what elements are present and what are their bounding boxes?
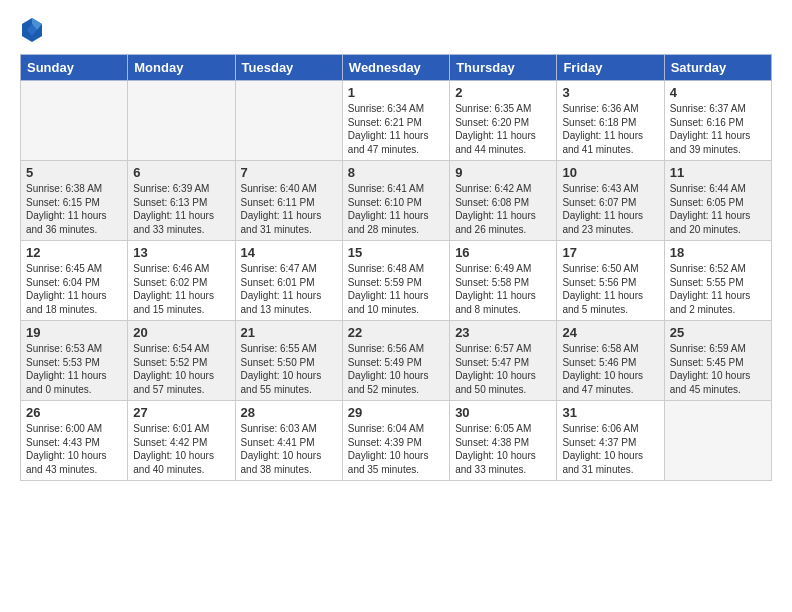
day-info: Sunrise: 6:35 AM Sunset: 6:20 PM Dayligh… <box>455 102 551 156</box>
calendar-cell: 30Sunrise: 6:05 AM Sunset: 4:38 PM Dayli… <box>450 401 557 481</box>
day-number: 24 <box>562 325 658 340</box>
calendar-cell: 11Sunrise: 6:44 AM Sunset: 6:05 PM Dayli… <box>664 161 771 241</box>
calendar-week-row: 12Sunrise: 6:45 AM Sunset: 6:04 PM Dayli… <box>21 241 772 321</box>
day-info: Sunrise: 6:48 AM Sunset: 5:59 PM Dayligh… <box>348 262 444 316</box>
calendar-cell <box>21 81 128 161</box>
day-info: Sunrise: 6:42 AM Sunset: 6:08 PM Dayligh… <box>455 182 551 236</box>
calendar-cell: 14Sunrise: 6:47 AM Sunset: 6:01 PM Dayli… <box>235 241 342 321</box>
calendar-cell: 27Sunrise: 6:01 AM Sunset: 4:42 PM Dayli… <box>128 401 235 481</box>
day-number: 23 <box>455 325 551 340</box>
day-number: 7 <box>241 165 337 180</box>
day-number: 11 <box>670 165 766 180</box>
calendar-cell: 16Sunrise: 6:49 AM Sunset: 5:58 PM Dayli… <box>450 241 557 321</box>
calendar-week-row: 1Sunrise: 6:34 AM Sunset: 6:21 PM Daylig… <box>21 81 772 161</box>
weekday-header-wednesday: Wednesday <box>342 55 449 81</box>
day-number: 2 <box>455 85 551 100</box>
day-info: Sunrise: 6:01 AM Sunset: 4:42 PM Dayligh… <box>133 422 229 476</box>
page-container: SundayMondayTuesdayWednesdayThursdayFrid… <box>0 0 792 612</box>
day-info: Sunrise: 6:00 AM Sunset: 4:43 PM Dayligh… <box>26 422 122 476</box>
calendar-cell: 28Sunrise: 6:03 AM Sunset: 4:41 PM Dayli… <box>235 401 342 481</box>
day-info: Sunrise: 6:34 AM Sunset: 6:21 PM Dayligh… <box>348 102 444 156</box>
day-info: Sunrise: 6:59 AM Sunset: 5:45 PM Dayligh… <box>670 342 766 396</box>
day-info: Sunrise: 6:36 AM Sunset: 6:18 PM Dayligh… <box>562 102 658 156</box>
day-number: 16 <box>455 245 551 260</box>
calendar-cell: 7Sunrise: 6:40 AM Sunset: 6:11 PM Daylig… <box>235 161 342 241</box>
day-number: 29 <box>348 405 444 420</box>
calendar-week-row: 19Sunrise: 6:53 AM Sunset: 5:53 PM Dayli… <box>21 321 772 401</box>
calendar-cell: 23Sunrise: 6:57 AM Sunset: 5:47 PM Dayli… <box>450 321 557 401</box>
day-number: 8 <box>348 165 444 180</box>
calendar-cell <box>664 401 771 481</box>
weekday-header-monday: Monday <box>128 55 235 81</box>
day-info: Sunrise: 6:38 AM Sunset: 6:15 PM Dayligh… <box>26 182 122 236</box>
calendar-cell: 19Sunrise: 6:53 AM Sunset: 5:53 PM Dayli… <box>21 321 128 401</box>
day-info: Sunrise: 6:40 AM Sunset: 6:11 PM Dayligh… <box>241 182 337 236</box>
calendar-cell: 29Sunrise: 6:04 AM Sunset: 4:39 PM Dayli… <box>342 401 449 481</box>
logo <box>20 16 46 44</box>
weekday-header-saturday: Saturday <box>664 55 771 81</box>
day-number: 27 <box>133 405 229 420</box>
calendar-cell: 31Sunrise: 6:06 AM Sunset: 4:37 PM Dayli… <box>557 401 664 481</box>
day-info: Sunrise: 6:41 AM Sunset: 6:10 PM Dayligh… <box>348 182 444 236</box>
day-number: 25 <box>670 325 766 340</box>
day-number: 13 <box>133 245 229 260</box>
day-number: 21 <box>241 325 337 340</box>
day-info: Sunrise: 6:58 AM Sunset: 5:46 PM Dayligh… <box>562 342 658 396</box>
calendar-cell: 5Sunrise: 6:38 AM Sunset: 6:15 PM Daylig… <box>21 161 128 241</box>
day-info: Sunrise: 6:55 AM Sunset: 5:50 PM Dayligh… <box>241 342 337 396</box>
calendar-cell: 17Sunrise: 6:50 AM Sunset: 5:56 PM Dayli… <box>557 241 664 321</box>
day-number: 15 <box>348 245 444 260</box>
day-info: Sunrise: 6:46 AM Sunset: 6:02 PM Dayligh… <box>133 262 229 316</box>
day-number: 9 <box>455 165 551 180</box>
weekday-header-friday: Friday <box>557 55 664 81</box>
day-info: Sunrise: 6:06 AM Sunset: 4:37 PM Dayligh… <box>562 422 658 476</box>
weekday-header-thursday: Thursday <box>450 55 557 81</box>
calendar-cell: 12Sunrise: 6:45 AM Sunset: 6:04 PM Dayli… <box>21 241 128 321</box>
day-number: 6 <box>133 165 229 180</box>
calendar-week-row: 26Sunrise: 6:00 AM Sunset: 4:43 PM Dayli… <box>21 401 772 481</box>
calendar-cell: 3Sunrise: 6:36 AM Sunset: 6:18 PM Daylig… <box>557 81 664 161</box>
day-info: Sunrise: 6:50 AM Sunset: 5:56 PM Dayligh… <box>562 262 658 316</box>
day-number: 14 <box>241 245 337 260</box>
day-info: Sunrise: 6:44 AM Sunset: 6:05 PM Dayligh… <box>670 182 766 236</box>
calendar-cell: 18Sunrise: 6:52 AM Sunset: 5:55 PM Dayli… <box>664 241 771 321</box>
day-number: 19 <box>26 325 122 340</box>
day-number: 10 <box>562 165 658 180</box>
calendar-cell: 4Sunrise: 6:37 AM Sunset: 6:16 PM Daylig… <box>664 81 771 161</box>
day-info: Sunrise: 6:47 AM Sunset: 6:01 PM Dayligh… <box>241 262 337 316</box>
day-number: 20 <box>133 325 229 340</box>
calendar-week-row: 5Sunrise: 6:38 AM Sunset: 6:15 PM Daylig… <box>21 161 772 241</box>
logo-icon <box>20 16 44 44</box>
day-info: Sunrise: 6:56 AM Sunset: 5:49 PM Dayligh… <box>348 342 444 396</box>
day-info: Sunrise: 6:37 AM Sunset: 6:16 PM Dayligh… <box>670 102 766 156</box>
calendar-cell: 22Sunrise: 6:56 AM Sunset: 5:49 PM Dayli… <box>342 321 449 401</box>
day-number: 4 <box>670 85 766 100</box>
calendar-cell: 2Sunrise: 6:35 AM Sunset: 6:20 PM Daylig… <box>450 81 557 161</box>
calendar-cell: 1Sunrise: 6:34 AM Sunset: 6:21 PM Daylig… <box>342 81 449 161</box>
calendar-cell: 9Sunrise: 6:42 AM Sunset: 6:08 PM Daylig… <box>450 161 557 241</box>
day-info: Sunrise: 6:43 AM Sunset: 6:07 PM Dayligh… <box>562 182 658 236</box>
calendar-cell: 6Sunrise: 6:39 AM Sunset: 6:13 PM Daylig… <box>128 161 235 241</box>
day-info: Sunrise: 6:05 AM Sunset: 4:38 PM Dayligh… <box>455 422 551 476</box>
weekday-header-row: SundayMondayTuesdayWednesdayThursdayFrid… <box>21 55 772 81</box>
day-number: 1 <box>348 85 444 100</box>
day-number: 30 <box>455 405 551 420</box>
page-header <box>20 16 772 44</box>
day-info: Sunrise: 6:54 AM Sunset: 5:52 PM Dayligh… <box>133 342 229 396</box>
calendar-cell: 24Sunrise: 6:58 AM Sunset: 5:46 PM Dayli… <box>557 321 664 401</box>
day-number: 17 <box>562 245 658 260</box>
day-number: 28 <box>241 405 337 420</box>
day-number: 31 <box>562 405 658 420</box>
day-info: Sunrise: 6:49 AM Sunset: 5:58 PM Dayligh… <box>455 262 551 316</box>
calendar-cell: 13Sunrise: 6:46 AM Sunset: 6:02 PM Dayli… <box>128 241 235 321</box>
calendar-cell: 21Sunrise: 6:55 AM Sunset: 5:50 PM Dayli… <box>235 321 342 401</box>
calendar-cell: 25Sunrise: 6:59 AM Sunset: 5:45 PM Dayli… <box>664 321 771 401</box>
day-info: Sunrise: 6:04 AM Sunset: 4:39 PM Dayligh… <box>348 422 444 476</box>
calendar-cell: 20Sunrise: 6:54 AM Sunset: 5:52 PM Dayli… <box>128 321 235 401</box>
calendar-table: SundayMondayTuesdayWednesdayThursdayFrid… <box>20 54 772 481</box>
weekday-header-tuesday: Tuesday <box>235 55 342 81</box>
day-number: 3 <box>562 85 658 100</box>
day-info: Sunrise: 6:03 AM Sunset: 4:41 PM Dayligh… <box>241 422 337 476</box>
day-number: 22 <box>348 325 444 340</box>
day-number: 12 <box>26 245 122 260</box>
